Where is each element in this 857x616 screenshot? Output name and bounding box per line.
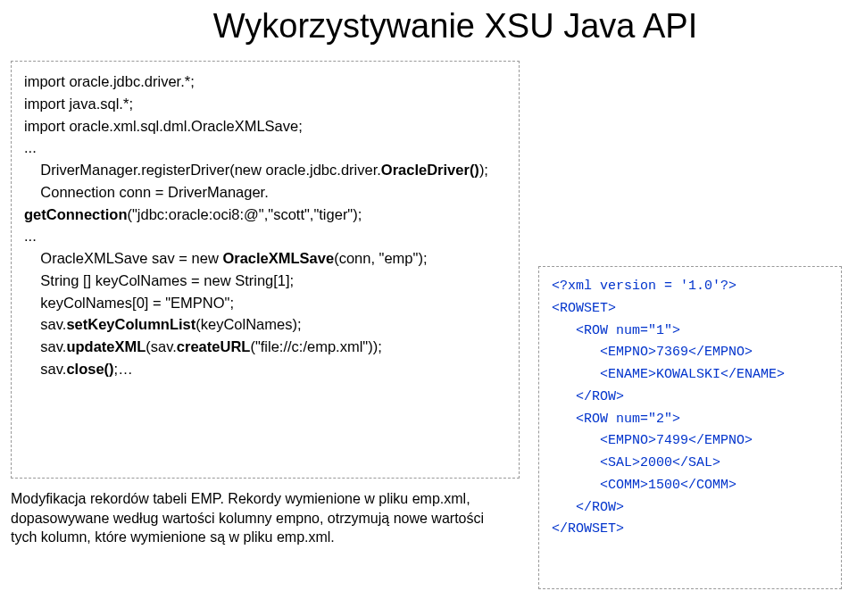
xml-line: <EMPNO>7369</EMPNO> [552, 342, 828, 364]
code-line: ... [24, 137, 506, 159]
xml-line: </ROWSET> [552, 519, 828, 541]
xml-line: <SAL>2000</SAL> [552, 453, 828, 475]
xml-line: <?xml version = '1.0'?> [552, 276, 828, 298]
slide-caption: Modyfikacja rekordów tabeli EMP. Rekordy… [11, 489, 511, 547]
xml-line: </ROW> [552, 387, 828, 409]
code-line: OracleXMLSave sav = new OracleXMLSave(co… [24, 247, 506, 270]
xml-line: <ROW num="1"> [552, 320, 828, 343]
code-line: import oracle.xml.sql.dml.OracleXMLSave; [24, 115, 506, 137]
slide-title: Wykorzystywanie XSU Java API [0, 7, 857, 46]
code-line: getConnection("jdbc:oracle:oci8:@","scot… [24, 204, 506, 226]
code-line: String [] keyColNames = new String[1]; [24, 270, 506, 292]
code-line: DriverManager.registerDriver(new oracle.… [24, 159, 506, 181]
xml-line: </ROW> [552, 497, 828, 520]
code-line: Connection conn = DriverManager. [24, 181, 506, 204]
code-line: sav.setKeyColumnList(keyColNames); [24, 313, 506, 336]
xml-output-block: <?xml version = '1.0'?> <ROWSET> <ROW nu… [538, 266, 842, 589]
java-code-block: import oracle.jdbc.driver.*; import java… [11, 61, 520, 479]
code-line: sav.close();… [24, 358, 506, 380]
xml-line: <ROWSET> [552, 298, 828, 320]
code-line: sav.updateXML(sav.createURL("file://c:/e… [24, 336, 506, 358]
xml-line: <ROW num="2"> [552, 409, 828, 431]
xml-line: <COMM>1500</COMM> [552, 475, 828, 497]
xml-line: <EMPNO>7499</EMPNO> [552, 430, 828, 453]
xml-line: <ENAME>KOWALSKI</ENAME> [552, 364, 828, 387]
code-line: import oracle.jdbc.driver.*; [24, 71, 506, 93]
code-line: import java.sql.*; [24, 93, 506, 115]
code-line: keyColNames[0] = "EMPNO"; [24, 292, 506, 314]
code-line: ... [24, 225, 506, 247]
